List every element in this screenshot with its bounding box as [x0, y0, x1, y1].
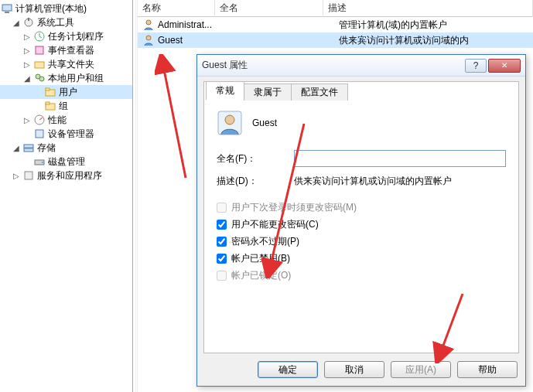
svg-point-23 — [225, 115, 234, 124]
expand-icon[interactable]: ◢ — [11, 17, 22, 28]
help-button[interactable]: ? — [465, 59, 487, 73]
svg-rect-6 — [35, 62, 44, 68]
tree-root-label: 计算机管理(本地) — [15, 2, 87, 15]
checkbox-must-change — [217, 203, 227, 213]
tree-shared-folders[interactable]: ▷ 共享文件夹 — [0, 57, 132, 71]
desc-text: 供来宾访问计算机或访问域的内置帐户 — [294, 175, 506, 188]
clock-icon — [33, 30, 46, 43]
tree-event-viewer[interactable]: ▷ 事件查看器 — [0, 43, 132, 57]
check-locked: 帐户已锁定(O) — [217, 267, 506, 284]
svg-rect-10 — [46, 88, 50, 90]
tab-profile[interactable]: 配置文件 — [291, 84, 348, 101]
svg-rect-19 — [25, 172, 32, 179]
folder-icon — [44, 86, 56, 98]
svg-rect-16 — [24, 148, 33, 152]
services-icon — [22, 169, 35, 182]
dialog-body: 常规 隶属于 配置文件 Guest 全名(F)： 描述(D)： 供来宾访问计算机… — [203, 81, 519, 353]
user-avatar-icon — [217, 110, 243, 136]
list-header: 名称 全名 描述 — [138, 0, 533, 17]
user-icon — [142, 34, 155, 46]
tab-strip: 常规 隶属于 配置文件 — [206, 81, 518, 100]
username-text: Guest — [252, 118, 277, 128]
tree-performance[interactable]: ▷ 性能 — [0, 113, 132, 127]
collapse-icon[interactable]: ▷ — [22, 31, 32, 42]
apply-button[interactable]: 应用(A) — [391, 361, 451, 378]
col-name[interactable]: 名称 — [138, 0, 215, 17]
device-icon — [33, 128, 46, 140]
computer-icon — [1, 2, 13, 15]
svg-rect-15 — [24, 145, 33, 148]
users-icon — [33, 72, 46, 84]
svg-rect-1 — [5, 12, 9, 13]
svg-point-21 — [146, 36, 151, 40]
col-desc[interactable]: 描述 — [323, 0, 533, 17]
share-icon — [33, 58, 46, 70]
user-icon — [142, 19, 155, 31]
svg-point-8 — [39, 77, 44, 81]
checkbox-locked — [217, 271, 227, 281]
svg-rect-0 — [2, 5, 12, 11]
fullname-input[interactable] — [294, 150, 506, 167]
event-icon — [33, 44, 46, 56]
tree-disk-management[interactable]: · 磁盘管理 — [0, 155, 132, 169]
tree-device-manager[interactable]: · 设备管理器 — [0, 127, 132, 141]
col-fullname[interactable]: 全名 — [215, 0, 323, 17]
check-disabled[interactable]: 帐户已禁用(B) — [217, 250, 506, 267]
desc-label: 描述(D)： — [217, 175, 294, 188]
fullname-label: 全名(F)： — [217, 152, 294, 165]
check-must-change: 用户下次登录时须更改密码(M) — [217, 199, 506, 216]
svg-point-18 — [42, 162, 43, 163]
svg-rect-5 — [36, 46, 43, 54]
tree-root[interactable]: 计算机管理(本地) — [0, 2, 132, 15]
dialog-help-button[interactable]: 帮助 — [457, 361, 518, 378]
tab-general[interactable]: 常规 — [206, 81, 244, 100]
dialog-title: Guest 属性 — [202, 59, 463, 72]
tree-task-scheduler[interactable]: ▷ 任务计划程序 — [0, 29, 132, 43]
tree-panel: 计算机管理(本地) ◢ 系统工具 ▷ 任务计划程序 ▷ 事件查看器 ▷ 共享文件… — [0, 0, 133, 392]
cancel-button[interactable]: 取消 — [324, 361, 384, 378]
tree-services-apps[interactable]: ▷ 服务和应用程序 — [0, 169, 132, 182]
tab-memberof[interactable]: 隶属于 — [244, 84, 292, 101]
list-row[interactable]: Guest 供来宾访问计算机或访问域的内 — [138, 32, 533, 48]
close-button[interactable]: ✕ — [488, 59, 521, 73]
check-never-expire[interactable]: 密码永不过期(P) — [217, 233, 506, 250]
checkbox-disabled[interactable] — [217, 254, 227, 264]
storage-icon — [22, 141, 35, 154]
svg-point-20 — [146, 20, 151, 25]
tools-icon — [22, 16, 35, 29]
tree-users[interactable]: · 用户 — [0, 85, 132, 99]
svg-rect-14 — [36, 130, 43, 138]
tab-content: Guest 全名(F)： 描述(D)： 供来宾访问计算机或访问域的内置帐户 用户… — [204, 101, 518, 353]
folder-icon — [44, 100, 56, 112]
disk-icon — [33, 155, 46, 168]
properties-dialog: Guest 属性 ? ✕ 常规 隶属于 配置文件 Guest 全名(F)： 描述… — [196, 54, 526, 387]
checkbox-never-expire[interactable] — [217, 237, 227, 247]
dialog-titlebar[interactable]: Guest 属性 ? ✕ — [197, 55, 525, 77]
check-cannot-change[interactable]: 用户不能更改密码(C) — [217, 216, 506, 233]
tree-system-tools[interactable]: ◢ 系统工具 — [0, 15, 132, 29]
tree-storage[interactable]: ◢ 存储 — [0, 141, 132, 155]
ok-button[interactable]: 确定 — [258, 361, 318, 378]
tree-groups[interactable]: · 组 — [0, 99, 132, 113]
svg-rect-3 — [28, 18, 29, 21]
svg-rect-12 — [46, 102, 50, 104]
dialog-buttons: 确定 取消 应用(A) 帮助 — [258, 361, 518, 378]
list-row[interactable]: Administrat... 管理计算机(域)的内置帐户 — [138, 17, 533, 32]
perf-icon — [33, 114, 46, 126]
tree-local-users[interactable]: ◢ 本地用户和组 — [0, 71, 132, 85]
checkbox-cannot-change[interactable] — [217, 220, 227, 230]
